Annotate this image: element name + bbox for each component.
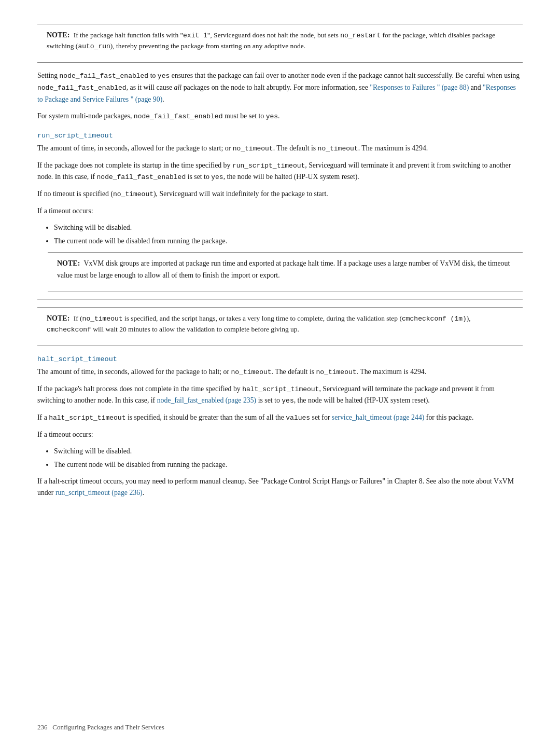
run-bullet-2: The current node will be disabled from r… — [54, 236, 523, 247]
no-timeout-code-4: no_timeout — [82, 315, 123, 323]
run-script-timeout-code-1: run_script_timeout — [232, 162, 305, 170]
run-bullet-1: Switching will be disabled. — [54, 222, 523, 233]
yes-code-1: yes — [158, 72, 170, 80]
auto-run-code: auto_run — [78, 43, 110, 50]
yes-code-4: yes — [282, 397, 293, 405]
halt-bullet-1: Switching will be disabled. — [54, 446, 523, 457]
note2-label: NOTE: — [57, 259, 80, 267]
intro-para-1: Setting node_fail_fast_enabled to yes en… — [37, 70, 523, 105]
footer-page-number: 236 — [37, 723, 48, 731]
no-timeout-code-5: no_timeout — [231, 368, 272, 376]
note1-text: NOTE: If the package halt function fails… — [47, 30, 513, 52]
halt-script-timeout-code-1: halt_script_timeout — [242, 385, 319, 393]
node-fail-fast-enabled-code-2: node_fail_fast_enabled — [37, 84, 127, 92]
run-para-1: The amount of time, in seconds, allowed … — [37, 143, 523, 155]
link-responses-failures[interactable]: "Responses to Failures " (page 88) — [370, 84, 469, 91]
no-timeout-code-1: no_timeout — [233, 145, 273, 153]
note-box-3: NOTE: If (no_timeout is specified, and t… — [37, 307, 523, 346]
node-fail-fast-enabled-code-1: node_fail_fast_enabled — [60, 72, 149, 80]
halt-timeout-bullets: Switching will be disabled. The current … — [54, 446, 523, 471]
exit1-code: exit 1 — [183, 32, 207, 39]
no-restart-code: no_restart — [340, 32, 381, 39]
note-box-1: NOTE: If the package halt function fails… — [37, 24, 523, 63]
note2-text: NOTE: VxVM disk groups are imported at p… — [57, 258, 513, 281]
halt-script-timeout-code-2: halt_script_timeout — [49, 414, 125, 422]
link-node-fail-page[interactable]: node_fail_fast_enabled (page 235) — [157, 396, 257, 404]
note3-label: NOTE: — [47, 314, 69, 322]
halt-para-1: The amount of time, in seconds, allowed … — [37, 366, 523, 378]
note3-text: NOTE: If (no_timeout is specified, and t… — [47, 313, 513, 335]
no-timeout-code-3: no_timeout — [113, 190, 153, 198]
halt-closing: If a halt-script timeout occurs, you may… — [37, 476, 523, 499]
node-fail-fast-enabled-code-4: node_fail_fast_enabled — [97, 173, 186, 181]
run-para-2: If the package does not complete its sta… — [37, 160, 523, 184]
yes-code-2: yes — [266, 113, 278, 120]
link-run-script-page[interactable]: run_script_timeout (page 236) — [55, 489, 143, 496]
footer-text: Configuring Packages and Their Services — [52, 723, 164, 731]
run-para-3: If no timeout is specified (no_timeout),… — [37, 188, 523, 200]
halt-timeout-occurs: If a timeout occurs: — [37, 429, 523, 440]
halt-para-2: If the package's halt process does not c… — [37, 383, 523, 407]
node-fail-fast-enabled-code-3: node_fail_fast_enabled — [134, 113, 223, 120]
run-timeout-occurs: If a timeout occurs: — [37, 205, 523, 217]
halt-bullet-2: The current node will be disabled from r… — [54, 459, 523, 471]
note1-label: NOTE: — [47, 31, 69, 39]
note-box-2: NOTE: VxVM disk groups are imported at p… — [48, 252, 523, 292]
link-service-halt[interactable]: service_halt_timeout (page 244) — [332, 413, 425, 421]
page: NOTE: If the package halt function fails… — [0, 0, 560, 746]
halt-para-3: If a halt_script_timeout is specified, i… — [37, 412, 523, 424]
run-script-timeout-title: run_script_timeout — [37, 132, 523, 140]
yes-code-3: yes — [211, 173, 223, 181]
divider-1 — [37, 299, 523, 300]
cmcheckconf-code-1: cmcheckconf (1m) — [402, 315, 467, 323]
no-timeout-code-6: no_timeout — [316, 368, 357, 376]
no-timeout-code-2: no_timeout — [318, 145, 358, 153]
values-code: values — [286, 414, 310, 422]
run-timeout-bullets: Switching will be disabled. The current … — [54, 222, 523, 247]
halt-script-timeout-title: halt_script_timeout — [37, 355, 523, 363]
footer: 236 Configuring Packages and Their Servi… — [37, 723, 164, 731]
intro-para-2: For system multi-node packages, node_fai… — [37, 110, 523, 122]
cmcheckconf-code-2: cmcheckconf — [47, 326, 91, 334]
